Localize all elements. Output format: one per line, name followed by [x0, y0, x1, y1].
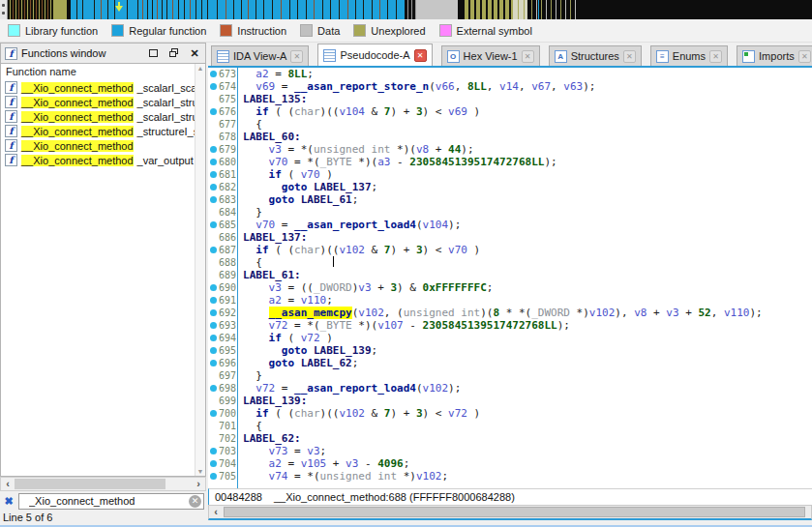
scroll-down-icon[interactable]: ▼ — [195, 468, 205, 475]
code-line[interactable]: 695 goto LABEL_139; — [208, 344, 812, 357]
code-line[interactable]: 674 v69 = __asan_report_store_n(v66, 8LL… — [208, 80, 812, 93]
navband-zoom-out-icon[interactable] — [2, 12, 5, 15]
pseudocode-view[interactable]: 673 a2 = 8LL;674 v69 = __asan_report_sto… — [208, 66, 812, 488]
code-line[interactable]: 675LABEL_135: — [208, 93, 812, 105]
function-list-item[interactable]: f__Xio_connect_method_scalarI_structureO — [1, 95, 205, 109]
code-line[interactable]: 689LABEL_61: — [208, 269, 812, 281]
line-number: 681 — [219, 168, 238, 181]
line-number: 687 — [219, 244, 238, 256]
code-line[interactable]: 698 v72 = __asan_report_load4(v102); — [208, 382, 812, 395]
code-line[interactable]: 686LABEL_137: — [208, 231, 812, 244]
code-line[interactable]: 704 a2 = v105 + v3 - 4096; — [208, 457, 812, 470]
navband-segment[interactable] — [416, 0, 458, 19]
tab-close-icon[interactable]: ✕ — [290, 50, 303, 63]
code-text: a2 = 8LL; — [238, 68, 314, 80]
code-token: ; — [487, 281, 494, 294]
navband-zoom-in-icon[interactable] — [2, 4, 5, 7]
code-line[interactable]: 703 v73 = v3; — [208, 445, 812, 457]
navband-segment[interactable] — [465, 0, 513, 19]
navigation-band[interactable] — [0, 0, 812, 19]
pseudocode-horizontal-scrollbar[interactable]: ‹ — [208, 505, 812, 520]
navband-segment[interactable] — [527, 0, 576, 19]
scroll-left-icon[interactable]: ‹ — [1, 478, 15, 490]
function-list-item[interactable]: f__Xio_connect_method_scalarI_scalarO — [1, 80, 205, 95]
tab-close-icon[interactable]: ✕ — [522, 50, 534, 63]
tab-pseudocode-a[interactable]: Pseudocode-A✕ — [317, 44, 432, 66]
code-token: _DWORD — [531, 307, 570, 319]
code-line[interactable]: 682 goto LABEL_137; — [208, 181, 812, 193]
code-line[interactable]: 688 { — [208, 256, 812, 269]
code-line[interactable]: 678LABEL_60: — [208, 131, 812, 143]
code-line[interactable]: 694 if ( v72 ) — [208, 332, 812, 344]
tab-structures[interactable]: AStructures✕ — [549, 45, 642, 66]
code-line[interactable]: 693 v72 = *(_BYTE *)(v107 - 230584513951… — [208, 319, 812, 332]
function-list-item[interactable]: f__Xio_connect_method — [1, 138, 205, 153]
panel-separator[interactable] — [206, 43, 208, 525]
navband-segment[interactable] — [576, 0, 812, 19]
code-line[interactable]: 697 } — [208, 369, 812, 382]
navband-segment[interactable] — [405, 0, 416, 19]
functions-vertical-scrollbar[interactable]: ▲ ▼ — [195, 64, 205, 476]
code-line[interactable]: 681 if ( v70 ) — [208, 168, 812, 181]
legend-swatch — [111, 24, 124, 37]
function-list-item[interactable]: f__Xio_connect_method_scalarI_structureI — [1, 109, 205, 124]
code-token: ) — [320, 168, 333, 181]
scrollbar-thumb[interactable] — [15, 479, 165, 489]
close-filter-icon[interactable]: ✖ — [2, 495, 15, 508]
tab-enums[interactable]: ≡Enums✕ — [650, 45, 728, 66]
code-line[interactable]: 700 if ( (char)((v102 & 7) + 3) < v72 ) — [208, 407, 812, 420]
navband-stripe — [339, 0, 340, 19]
code-line[interactable]: 684 } — [208, 206, 812, 219]
function-list-item[interactable]: f__Xio_connect_method_structureI_structu… — [1, 124, 205, 138]
code-token: = — [282, 294, 301, 307]
clear-filter-icon[interactable]: ✕ — [189, 495, 201, 508]
code-line[interactable]: 696 goto LABEL_62; — [208, 357, 812, 369]
close-button[interactable]: ✕ — [188, 47, 201, 60]
navband-segment[interactable] — [8, 0, 53, 19]
functions-horizontal-scrollbar[interactable]: ‹ › — [0, 477, 206, 491]
code-line[interactable]: 691 a2 = v110; — [208, 294, 812, 307]
maximize-button[interactable] — [147, 47, 161, 60]
code-line[interactable]: 702LABEL_62: — [208, 432, 812, 445]
function-list-item[interactable]: f__Xio_connect_method_var_output — [1, 153, 205, 167]
tab-imports[interactable]: Imports✕ — [737, 45, 812, 66]
code-line[interactable]: 705 v74 = *(unsigned int *)v102; — [208, 470, 812, 483]
code-token: *)( — [352, 319, 378, 332]
function-icon: f — [5, 96, 17, 108]
code-line[interactable]: 701 { — [208, 420, 812, 432]
function-name-column-header[interactable]: Function name — [1, 64, 205, 80]
code-token: 44 — [448, 143, 461, 156]
tab-close-icon[interactable]: ✕ — [798, 50, 811, 63]
tab-close-icon[interactable]: ✕ — [623, 50, 636, 63]
navband-segment[interactable] — [513, 0, 527, 19]
tab-hex-view-1[interactable]: OHex View-1✕ — [441, 45, 540, 66]
code-line[interactable]: 683 goto LABEL_61; — [208, 193, 812, 206]
navband-segment[interactable] — [458, 0, 465, 19]
code-line[interactable]: 679 v3 = *(unsigned int *)(v8 + 44); — [208, 143, 812, 156]
code-line[interactable]: 692 __asan_memcpy(v102, (unsigned int)(8… — [208, 307, 812, 319]
breakpoint-dot-icon — [210, 219, 219, 231]
code-line[interactable]: 676 if ( (char)((v104 & 7) + 3) < v69 ) — [208, 105, 812, 118]
code-line[interactable]: 677 { — [208, 118, 812, 131]
code-token: ); — [557, 319, 570, 332]
tab-close-icon[interactable]: ✕ — [709, 50, 722, 63]
code-line[interactable]: 687 if ( (char)((v102 & 7) + 3) < v70 ) — [208, 244, 812, 256]
navband-segment[interactable] — [53, 0, 67, 19]
code-line[interactable]: 699LABEL_139: — [208, 395, 812, 407]
navband-stripe — [248, 0, 249, 19]
code-line[interactable]: 673 a2 = 8LL; — [208, 68, 812, 80]
functions-window-titlebar[interactable]: f Functions window ✕ — [0, 43, 206, 64]
filter-input[interactable] — [21, 494, 189, 509]
code-line[interactable]: 685 v70 = __asan_report_load4(v104); — [208, 219, 812, 231]
navband-controls[interactable] — [0, 0, 8, 19]
scrollbar-thumb[interactable] — [224, 507, 805, 517]
code-token: v104 — [423, 219, 449, 231]
scroll-right-icon[interactable]: › — [192, 478, 205, 490]
code-line[interactable]: 680 v70 = *(_BYTE *)(a3 - 23058451395174… — [208, 156, 812, 168]
float-button[interactable] — [167, 47, 181, 60]
code-line[interactable]: 690 v3 = ((_DWORD)v3 + 3) & 0xFFFFFFFC; — [208, 281, 812, 294]
scroll-left-icon[interactable]: ‹ — [209, 506, 223, 518]
tab-ida-view-a[interactable]: IDA View-A✕ — [211, 45, 309, 66]
tab-close-icon[interactable]: ✕ — [414, 49, 427, 62]
scroll-up-icon[interactable]: ▲ — [195, 65, 205, 72]
